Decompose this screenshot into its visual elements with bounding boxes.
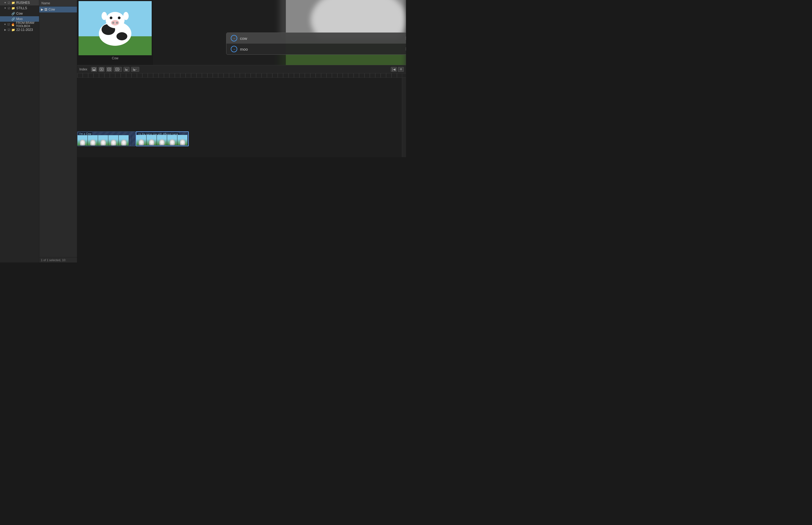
sidebar-item-cow[interactable]: 🔗 Cow (0, 11, 39, 16)
moo-option-icon (231, 46, 237, 52)
date-folder-icon: 📁 (11, 28, 15, 32)
browser-cow-label: Cow (48, 7, 55, 11)
braw-checkbox: ☑ (7, 23, 10, 26)
timeline-toolbar: Index (77, 65, 406, 73)
ruler-ticks (77, 73, 406, 77)
sidebar-item-moo[interactable]: 🔗 Moo (0, 16, 39, 22)
timeline-btn-select-drop[interactable] (131, 67, 139, 72)
rushes-checkbox: ☑ (7, 1, 10, 5)
filmstrip-frame (77, 135, 88, 146)
spacer-cow (7, 12, 10, 15)
timeline-clip-2[interactable]: I'm the same cow with different name (136, 131, 189, 146)
filmstrip-frame (147, 135, 157, 145)
sidebar-item-braw[interactable]: ▼ ☑ 🔥 FROM BRAW TOOLBOX (0, 22, 39, 27)
sidebar-item-date-label: 22-11-2023 (16, 28, 33, 32)
right-panel-extend (402, 78, 406, 157)
filmstrip-frame (88, 135, 98, 146)
browser-area: Name ▶ 🖼 Cow 1 of 1 selected, 10: (39, 0, 77, 262)
select-drop-icon (133, 68, 138, 71)
date-checkbox: ☑ (7, 28, 10, 32)
svg-rect-23 (108, 68, 111, 71)
right-ruler-extend (402, 73, 406, 77)
stills-checkbox: ☑ (7, 6, 10, 10)
timeline-zoom-btn[interactable]: |◀ (391, 67, 397, 72)
spacer-moo (7, 18, 10, 20)
svg-point-7 (118, 16, 121, 19)
timeline-fit-btn[interactable]: ⚙ (398, 67, 404, 72)
filmstrip-frame (157, 135, 167, 145)
sidebar-item-rushes-label: RUSHES (16, 1, 30, 5)
timeline-clip-1[interactable]: I'm a Cow (77, 131, 135, 146)
filmstrip-frame (98, 135, 108, 146)
export-drop-icon (116, 68, 120, 71)
preview-main-right: cow ⌘1 moo ⌘2 (153, 0, 406, 65)
svg-rect-19 (93, 69, 95, 71)
select-icon (125, 68, 128, 71)
preview-thumbnail (79, 1, 152, 55)
filmstrip-frame (119, 135, 129, 146)
cow-thumbnail-svg (79, 1, 152, 55)
browser-status: 1 of 1 selected, 10: (39, 257, 77, 262)
moo-clip-icon: 🔗 (11, 17, 15, 21)
rushes-icon: 📁 (11, 1, 15, 5)
cow-clip-icon: 🔗 (11, 12, 15, 15)
sidebar-item-moo-label: Moo (16, 17, 22, 21)
browser-list-item-cow[interactable]: ▶ 🖼 Cow (39, 6, 77, 13)
timeline-btn-select[interactable] (123, 67, 129, 72)
preview-top: Cow (77, 0, 406, 65)
sidebar-item-cow-label: Cow (16, 12, 23, 15)
dropdown-cow-shortcut: ⌘1 (405, 36, 406, 40)
svg-point-6 (110, 16, 112, 19)
svg-point-12 (123, 12, 129, 20)
clip-2-filmstrip (136, 135, 188, 146)
sidebar-item-stills-label: STILLS (16, 6, 27, 10)
preview-area: Cow (77, 0, 406, 262)
dropdown-moo-shortcut: ⌘2 (405, 47, 406, 51)
sidebar-item-date[interactable]: ▶ ☑ 📁 22-11-2023 (0, 27, 39, 32)
filmstrip-frame (136, 135, 147, 145)
sidebar-item-braw-label: FROM BRAW TOOLBOX (16, 21, 38, 28)
browser-list: ▶ 🖼 Cow (39, 6, 77, 257)
svg-point-9 (112, 22, 114, 24)
export-alt-icon (107, 68, 111, 71)
dropdown-cow-name: cow (240, 36, 402, 41)
dropdown-item-moo[interactable]: moo ⌘2 (227, 44, 406, 55)
expand-braw-icon: ▼ (4, 23, 6, 26)
browser-cow-image-icon: 🖼 (44, 8, 47, 11)
filmstrip-frame (178, 135, 188, 145)
sidebar-item-rushes[interactable]: ▼ ☑ 📁 RUSHES (0, 0, 39, 5)
timeline-right-controls: |◀ ⚙ (391, 67, 404, 72)
timeline-area: Index (77, 65, 406, 157)
save-icon (92, 68, 96, 71)
timeline-btn-save[interactable] (91, 67, 97, 72)
expand-date-icon: ▶ (4, 28, 6, 31)
preview-thumbnail-section: Cow (77, 0, 153, 65)
svg-point-4 (117, 32, 127, 40)
timeline-btn-export-alt[interactable] (106, 67, 112, 72)
preview-cow-label: Cow (112, 56, 118, 60)
dropdown-overlay: cow ⌘1 moo ⌘2 (226, 32, 406, 55)
svg-point-10 (116, 22, 118, 24)
expand-cow-browser: ▶ (41, 7, 43, 11)
main-layout: ▼ ☑ 📁 RUSHES ▼ ☑ 📁 STILLS 🔗 Cow 🔗 Moo ▼ … (0, 0, 406, 262)
export-icon (100, 68, 104, 71)
dropdown-moo-name: moo (240, 47, 402, 51)
svg-point-11 (102, 12, 107, 20)
timeline-btn-export[interactable] (98, 67, 105, 72)
browser-name-column: Name (42, 1, 50, 5)
sidebar: ▼ ☑ 📁 RUSHES ▼ ☑ 📁 STILLS 🔗 Cow 🔗 Moo ▼ … (0, 0, 39, 262)
browser-header: Name (39, 0, 77, 6)
expand-rushes-icon: ▼ (4, 1, 6, 4)
dropdown-item-cow[interactable]: cow ⌘1 (227, 33, 406, 44)
browser-panel: Name ▶ 🖼 Cow 1 of 1 selected, 10: (39, 0, 77, 262)
svg-rect-24 (116, 68, 119, 71)
expand-stills-icon: ▼ (4, 7, 6, 10)
sidebar-item-stills[interactable]: ▼ ☑ 📁 STILLS (0, 5, 39, 11)
timeline-btn-export-drop[interactable] (114, 67, 122, 72)
timeline-index-label: Index (79, 68, 87, 71)
browser-status-text: 1 of 1 selected, 10: (41, 258, 66, 262)
cow-option-icon (231, 35, 237, 42)
stills-folder-icon: 📁 (11, 6, 15, 10)
braw-fire-icon: 🔥 (11, 23, 15, 26)
timeline-ruler (77, 73, 406, 78)
